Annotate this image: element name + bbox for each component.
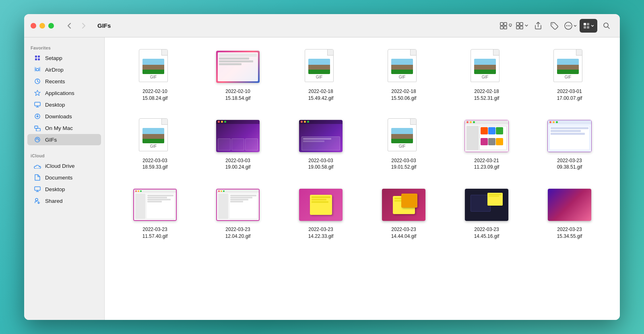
file-name: 2022-03-0319.01.52.gif [391, 157, 417, 171]
view-options-button[interactable] [515, 19, 529, 33]
file-item[interactable]: 2022-02-1015.18.54.gif [200, 45, 276, 105]
action-button[interactable] [580, 19, 597, 33]
file-item[interactable]: 2022-03-2111.23.09.gif [448, 115, 525, 174]
back-button[interactable] [64, 20, 75, 31]
sidebar-item-gifs[interactable]: GIFs [27, 134, 101, 145]
sidebar-item-recents[interactable]: Recents [27, 76, 101, 87]
documents-label: Documents [45, 175, 72, 181]
file-thumbnail [545, 187, 594, 223]
applications-label: Applications [45, 90, 74, 96]
view-icon-grid-button[interactable] [499, 19, 513, 33]
svg-point-29 [35, 137, 40, 142]
file-item[interactable]: GIF 2022-03-0117.00.07.gif [531, 45, 608, 105]
shared-icon [34, 197, 41, 204]
file-item[interactable]: GIF 2022-02-1815.50.06.gif [365, 45, 442, 105]
file-thumbnail [131, 187, 179, 223]
more-button[interactable] [564, 19, 577, 33]
shared-label: Shared [45, 198, 63, 204]
file-thumbnail: GIF [297, 49, 345, 85]
file-item[interactable]: GIF 2022-03-0319.01.52.gif [365, 115, 442, 174]
file-item[interactable]: GIF 2022-02-1015.08.24.gif [117, 45, 193, 105]
main-content: Favorites Setapp [24, 37, 620, 320]
svg-point-11 [568, 25, 569, 26]
file-item[interactable]: 2022-03-0319.00.58.gif [283, 115, 359, 174]
file-thumbnail [297, 118, 345, 154]
sidebar-item-icloud-drive[interactable]: iCloud Drive [27, 160, 101, 171]
sidebar-item-applications[interactable]: Applications [27, 87, 101, 99]
svg-point-22 [36, 68, 39, 71]
fullscreen-button[interactable] [48, 23, 54, 29]
toolbar: GIFs [24, 14, 620, 37]
airdrop-icon [34, 66, 41, 73]
file-name: 2022-03-2314.44.04.gif [391, 226, 417, 240]
file-thumbnail: GIF [545, 49, 594, 85]
file-grid: GIF 2022-02-1015.08.24.gif [117, 45, 608, 243]
file-item[interactable]: 2022-03-2312.04.20.gif [200, 183, 276, 243]
file-item[interactable]: 2022-03-2309.38.51.gif [531, 115, 608, 174]
svg-point-12 [570, 25, 570, 26]
file-name: 2022-03-2314.45.16.gif [474, 226, 500, 240]
documents-icon [34, 174, 41, 181]
file-item[interactable]: 2022-03-0319.00.24.gif [200, 115, 276, 174]
svg-rect-16 [587, 26, 589, 29]
svg-rect-27 [35, 126, 38, 127]
svg-rect-24 [35, 102, 40, 106]
search-button[interactable] [600, 19, 613, 33]
file-name: 2022-03-2111.23.09.gif [474, 157, 500, 171]
traffic-lights [31, 23, 54, 29]
forward-button[interactable] [78, 20, 89, 31]
downloads-label: Downloads [45, 113, 72, 120]
file-item[interactable]: GIF 2022-02-1815.52.31.gif [448, 45, 525, 105]
minimize-button[interactable] [39, 23, 45, 29]
finder-window: GIFs [24, 14, 620, 320]
sidebar-item-desktop[interactable]: Desktop [27, 99, 101, 110]
file-thumbnail: GIF [131, 49, 179, 85]
file-thumbnail: GIF [131, 118, 179, 154]
sidebar-item-shared[interactable]: Shared [27, 195, 101, 206]
sidebar-item-downloads[interactable]: Downloads [27, 111, 101, 122]
share-button[interactable] [531, 19, 545, 33]
sidebar-item-setapp[interactable]: Setapp [27, 52, 101, 64]
file-item[interactable]: 2022-03-2311.57.40.gif [117, 183, 193, 243]
file-item[interactable]: 2022-03-2314.22.33.gif [283, 183, 359, 243]
file-item[interactable]: 2022-03-2314.44.04.gif [365, 183, 442, 243]
icloud-label: iCloud [24, 150, 104, 160]
file-thumbnail [462, 187, 511, 223]
file-thumbnail [380, 187, 428, 223]
desktop-icon [34, 101, 41, 108]
close-button[interactable] [31, 23, 36, 29]
svg-point-31 [35, 198, 38, 201]
file-item[interactable]: GIF 2022-03-0318.59.33.gif [117, 115, 193, 174]
sidebar-item-documents[interactable]: Documents [27, 172, 101, 183]
svg-point-10 [566, 25, 567, 26]
sidebar-item-airdrop[interactable]: AirDrop [27, 64, 101, 75]
svg-rect-6 [516, 26, 519, 29]
sidebar-item-on-my-mac[interactable]: On My Mac [27, 122, 101, 134]
recents-icon [34, 78, 41, 85]
sidebar: Favorites Setapp [24, 37, 105, 320]
file-item[interactable]: 2022-03-2315.34.55.gif [531, 183, 608, 243]
gifs-icon [34, 136, 41, 143]
file-name: 2022-02-1015.08.24.gif [142, 88, 168, 102]
file-thumbnail: GIF [380, 49, 428, 85]
file-name: 2022-03-0318.59.33.gif [142, 157, 168, 171]
file-item[interactable]: 2022-03-2314.45.16.gif [448, 183, 525, 243]
svg-rect-14 [587, 23, 589, 25]
svg-point-8 [552, 23, 553, 24]
svg-rect-20 [35, 58, 37, 60]
downloads-icon [34, 113, 41, 120]
recents-label: Recents [45, 78, 65, 85]
desktop-label: Desktop [45, 102, 65, 108]
on-my-mac-icon [34, 124, 41, 132]
file-name: 2022-03-0319.00.24.gif [225, 157, 251, 171]
file-thumbnail [214, 49, 262, 85]
file-thumbnail: GIF [380, 118, 428, 154]
file-thumbnail [545, 118, 594, 154]
file-thumbnail [214, 187, 262, 223]
tag-button[interactable] [547, 19, 561, 33]
desktop-icloud-label: Desktop [45, 186, 65, 192]
window-title: GIFs [97, 22, 491, 29]
file-name: 2022-02-1815.49.42.gif [308, 88, 334, 102]
sidebar-item-desktop-icloud[interactable]: Desktop [27, 183, 101, 195]
file-item[interactable]: GIF 2022-02-1815.49.42.gif [283, 45, 359, 105]
